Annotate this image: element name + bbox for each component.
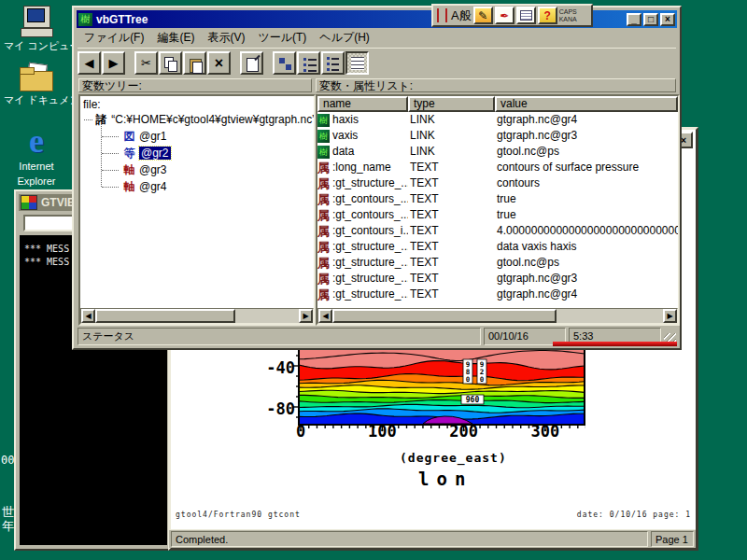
menu-item[interactable]: ツール(T) xyxy=(251,28,313,48)
tree-panel-label: 変数ツリー: xyxy=(78,78,312,92)
list-row[interactable]: 属:gt_structure_...TEXTdata vaxis haxis xyxy=(317,239,678,255)
list-row[interactable]: 属:gt_structure_...TEXTgtgraph.nc@gr4 xyxy=(317,287,678,302)
my-computer-desktop-icon[interactable]: マイ コンピュータ xyxy=(4,6,69,52)
list-cell-name: 属:gt_structure_... xyxy=(317,271,408,287)
list-cell-value: gtgraph.nc@gr3 xyxy=(495,128,678,144)
tree-scroll-thumb[interactable] xyxy=(95,309,235,323)
my-documents-icon xyxy=(20,63,53,91)
list-cell-name: 樹vaxis xyxy=(317,128,408,144)
delete-icon[interactable]: × xyxy=(207,51,231,75)
x-axis-title: lon xyxy=(418,469,472,489)
variable-tree-panel: file: 諸 “C:¥HOME¥c¥gtool4¥gtview¥gtgraph… xyxy=(78,94,316,326)
list-header-row: nametypevalue xyxy=(317,96,678,112)
tree-item-gr1[interactable]: 図@gr1 xyxy=(96,128,314,145)
list-row[interactable]: 属:long_nameTEXTcontours of surface press… xyxy=(317,160,678,175)
internet-explorer-icon: e xyxy=(20,124,53,158)
graph-statusbar: Completed. Page 1 xyxy=(169,529,696,548)
tree-horizontal-scrollbar[interactable]: ◀ ▶ xyxy=(80,308,314,324)
desktop-fragment-number: 00 xyxy=(1,454,14,467)
tree-node-icon: 軸 xyxy=(122,178,136,195)
tree-root-node[interactable]: 諸 “C:¥HOME¥c¥gtool4¥gtview¥gtgraph.nc” xyxy=(83,111,314,128)
tree-file-label: file: xyxy=(83,98,314,111)
internet-explorer-desktop-icon[interactable]: eInternetExplorer xyxy=(4,124,69,188)
scroll-right-icon[interactable]: ▶ xyxy=(663,309,677,323)
desktop-fragment-vertical: 世 年 xyxy=(1,505,15,533)
ime-pad-icon[interactable]: ✎ xyxy=(473,7,493,24)
dictionary-pen-icon[interactable]: ✒ xyxy=(495,7,514,24)
list-cell-type: TEXT xyxy=(408,191,495,207)
cut-icon[interactable]: ✂ xyxy=(134,51,158,75)
fragment-char-2: 年 xyxy=(1,519,15,533)
tree-item-gr2[interactable]: 等@gr2 xyxy=(96,145,314,161)
my-documents-desktop-icon[interactable]: マイ ドキュメント xyxy=(4,63,69,106)
ime-drag-handle[interactable] xyxy=(437,8,447,22)
list-cell-type: TEXT xyxy=(408,239,495,255)
column-header-value[interactable]: value xyxy=(495,96,678,112)
name-text: :gt_contours_... xyxy=(332,191,408,207)
list-row[interactable]: 属:gt_contours_...TEXTtrue xyxy=(317,191,678,207)
list-row[interactable]: 属:gt_contours_...TEXTtrue xyxy=(317,207,678,223)
menu-item[interactable]: 編集(E) xyxy=(150,28,201,48)
attribute-icon: 属 xyxy=(317,207,330,223)
name-text: :gt_structure_... xyxy=(332,239,408,255)
scroll-left-icon[interactable]: ◀ xyxy=(81,309,95,323)
desktop: { "colors":{"desktop":"#00694f","titleba… xyxy=(0,0,747,560)
scroll-left-icon[interactable]: ◀ xyxy=(318,309,332,323)
menu-item[interactable]: 表示(V) xyxy=(201,28,251,48)
attribute-icon: 属 xyxy=(317,223,330,239)
list-row[interactable]: 樹vaxisLINKgtgraph.nc@gr3 xyxy=(317,128,678,144)
scroll-right-icon[interactable]: ▶ xyxy=(299,309,313,323)
small-icons-icon[interactable] xyxy=(297,51,320,75)
name-text: :gt_structure_... xyxy=(332,287,408,302)
list-cell-value: 4.0000000000000000000000000000000 xyxy=(495,223,678,239)
large-icons-icon[interactable] xyxy=(273,51,296,75)
details-view-icon[interactable] xyxy=(345,51,369,75)
minimize-button[interactable]: _ xyxy=(627,13,641,26)
list-row[interactable]: 属:gt_structure_...TEXTcontours xyxy=(317,175,678,191)
list-cell-name: 属:gt_contours_... xyxy=(317,191,408,207)
list-row[interactable]: 樹dataLINKgtool.nc@ps xyxy=(317,144,678,160)
list-cell-value: gtgraph.nc@gr4 xyxy=(495,112,678,128)
desktop-icon-label: マイ ドキュメント xyxy=(4,94,69,106)
maximize-button[interactable]: □ xyxy=(643,13,658,26)
list-cell-name: 属:gt_structure_... xyxy=(317,255,408,271)
name-text: :long_name xyxy=(332,160,391,175)
list-row[interactable]: 属:gt_structure_...TEXTgtool.nc@ps xyxy=(317,255,678,271)
attribute-icon: 属 xyxy=(317,239,330,255)
back-icon[interactable]: ◀ xyxy=(78,51,101,75)
paste-icon[interactable] xyxy=(183,51,206,75)
close-button[interactable]: × xyxy=(660,13,675,26)
kana-label: KANA xyxy=(559,16,577,23)
ime-help-icon[interactable]: ? xyxy=(538,7,557,24)
menu-item[interactable]: ファイル(F) xyxy=(78,28,150,48)
tree-item-label: @gr2 xyxy=(139,147,171,160)
menu-item[interactable]: ヘルプ(H) xyxy=(313,28,376,48)
list-scroll-thumb[interactable] xyxy=(332,309,557,323)
copy-icon[interactable] xyxy=(159,51,182,75)
redraw-artifact xyxy=(553,342,677,346)
toolbar: ◀▶✂× xyxy=(78,48,676,77)
list-row[interactable]: 属:gt_structure_...TEXTgtgraph.nc@gr3 xyxy=(317,271,678,287)
list-cell-value: gtgraph.nc@gr3 xyxy=(495,271,678,287)
ime-input-mode-button[interactable]: A般 xyxy=(451,7,472,24)
column-header-name[interactable]: name xyxy=(317,96,408,112)
attribute-icon: 属 xyxy=(317,175,330,191)
list-cell-name: 属:gt_contours_i... xyxy=(317,223,408,239)
y-axis-tick-label-80: -80 xyxy=(254,399,295,418)
menu-bar: ファイル(F)編集(E)表示(V)ツール(T)ヘルプ(H) xyxy=(78,29,676,47)
word-register-icon[interactable] xyxy=(516,7,536,24)
name-text: data xyxy=(332,144,354,160)
properties-icon[interactable] xyxy=(240,51,263,75)
forward-icon[interactable]: ▶ xyxy=(102,51,125,75)
caps-kana-indicator[interactable]: CAPS KANA xyxy=(559,8,577,23)
list-view-icon[interactable] xyxy=(321,51,345,75)
tree-item-gr4[interactable]: 軸@gr4 xyxy=(96,178,314,195)
list-row[interactable]: 属:gt_contours_i...TEXT4.0000000000000000… xyxy=(317,223,678,239)
list-cell-value: gtool.nc@ps xyxy=(495,255,678,271)
name-text: :gt_contours_i... xyxy=(332,223,408,239)
list-horizontal-scrollbar[interactable]: ◀ ▶ xyxy=(317,308,678,324)
tree-item-gr3[interactable]: 軸@gr3 xyxy=(96,161,314,178)
list-row[interactable]: 樹haxisLINKgtgraph.nc@gr4 xyxy=(317,112,678,128)
list-cell-value: data vaxis haxis xyxy=(495,239,678,255)
column-header-type[interactable]: type xyxy=(408,96,495,112)
